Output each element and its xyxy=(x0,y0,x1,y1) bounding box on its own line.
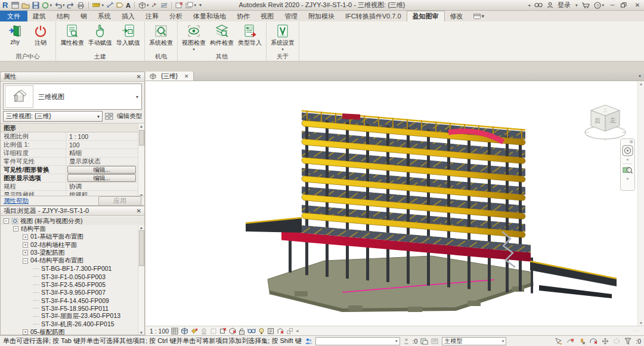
view-scale[interactable]: 1 : 100 xyxy=(150,328,169,335)
tab-addins[interactable]: 附加模块 xyxy=(303,11,340,21)
tree-leaf-view[interactable]: ST-3#-F5-18.950-FP011 xyxy=(1,304,144,312)
restore-button[interactable] xyxy=(621,2,629,8)
zoom-region-icon[interactable] xyxy=(623,165,633,175)
collapse-icon[interactable]: ◂ xyxy=(528,3,530,8)
tab-annotate[interactable]: 注释 xyxy=(140,11,164,21)
tab-manage[interactable]: 管理 xyxy=(279,11,303,21)
tree-branch-03[interactable]: +03-梁配筋图 xyxy=(1,249,144,257)
worksharing-display-icon[interactable] xyxy=(305,337,312,345)
prop-value[interactable]: 1 : 100 xyxy=(66,133,137,140)
constraints-icon[interactable]: ◂ xyxy=(296,328,298,333)
select-pinned-icon[interactable] xyxy=(578,338,586,345)
temporary-view-properties-icon[interactable] xyxy=(267,328,274,335)
view-check-button[interactable]: 视图检查 ▾ xyxy=(181,23,207,51)
manual-assign-button[interactable]: 手动赋值 xyxy=(87,23,113,48)
tree-branch-02[interactable]: +02-结构墙柱平面 xyxy=(1,241,144,249)
tab-ifc-plugin[interactable]: IFC转换插件V0.7.0 xyxy=(340,11,407,21)
chevron-down-icon[interactable]: ▾ xyxy=(627,177,629,181)
reveal-hidden-elements-icon[interactable] xyxy=(258,328,265,335)
filter-icon[interactable] xyxy=(624,338,631,345)
viewcube-left-face[interactable]: 左 xyxy=(610,117,616,123)
minimize-button[interactable]: ─ xyxy=(608,2,617,8)
drag-elements-icon[interactable] xyxy=(602,338,609,345)
active-workset-combo[interactable]: ▾ xyxy=(315,337,400,345)
properties-scrollbar[interactable]: ▲▼ xyxy=(138,123,144,199)
help-icon[interactable]: ?▾ xyxy=(594,1,604,10)
resize-grip[interactable]: ∙∙∙ xyxy=(634,328,640,333)
expand-icon[interactable]: + xyxy=(23,250,28,255)
sun-path-icon[interactable] xyxy=(191,328,198,335)
prop-value[interactable]: 100 xyxy=(66,141,137,149)
aligned-dimension-icon[interactable] xyxy=(106,1,114,10)
shadows-icon[interactable] xyxy=(200,328,208,335)
close-icon[interactable]: ✕ xyxy=(184,73,189,79)
tree-leaf-view[interactable]: ST-3#-机房-26.400-FP015 xyxy=(1,320,144,328)
model-canvas[interactable]: 后 左 上 ⊗ ▾ ▾ ▲▼ xyxy=(145,81,644,326)
tab-massing-site[interactable]: 体量和场地 xyxy=(188,11,231,21)
measure-icon[interactable]: ▾ xyxy=(92,1,104,10)
property-row[interactable]: 可见性/图形替换编辑... xyxy=(1,166,144,174)
text-icon[interactable]: A xyxy=(126,1,131,10)
scrollbar-thumb[interactable] xyxy=(139,130,144,146)
displacement-sets-icon[interactable] xyxy=(286,328,293,335)
viewcube-top-face[interactable]: 上 xyxy=(602,107,608,113)
crop-3d-icon[interactable] xyxy=(229,328,236,335)
prop-value[interactable]: 精细 xyxy=(66,149,137,157)
property-row[interactable]: 比例值 1:100 xyxy=(1,141,144,149)
tab-insert[interactable]: 插入 xyxy=(116,11,140,21)
design-options-dialog-icon[interactable] xyxy=(431,338,439,345)
view-selector-combo[interactable]: 三维视图: {三维} ▾ xyxy=(3,111,103,122)
tree-leaf-view[interactable]: ST-3#-F2-5.450-FP005 xyxy=(1,280,144,288)
expand-icon[interactable]: + xyxy=(23,242,28,248)
tab-analyze[interactable]: 分析 xyxy=(164,11,188,21)
background-processes-icon[interactable] xyxy=(613,338,620,345)
editing-requests-icon[interactable] xyxy=(403,338,410,345)
tab-modify[interactable]: 修改 xyxy=(445,11,469,21)
tab-systems[interactable]: 系统 xyxy=(92,11,116,21)
property-row[interactable]: 详细程度精细 xyxy=(1,149,144,157)
property-row[interactable]: 规程协调 xyxy=(1,183,144,191)
viewcube-back-face[interactable]: 后 xyxy=(595,118,600,124)
steering-wheel-icon[interactable] xyxy=(622,145,633,156)
prop-value[interactable]: 显示原状态 xyxy=(66,157,137,166)
scrollbar-thumb[interactable] xyxy=(139,230,144,266)
login-label[interactable]: 登录 xyxy=(558,1,571,10)
property-check-button[interactable]: 属性检查 xyxy=(59,23,85,48)
section-icon[interactable] xyxy=(151,1,158,10)
expand-icon[interactable]: + xyxy=(23,329,28,335)
revit-logo-icon[interactable]: R xyxy=(2,1,8,9)
close-icon[interactable]: ⊗ xyxy=(629,140,633,144)
app-store-icon[interactable] xyxy=(581,1,590,10)
select-underlay-icon[interactable] xyxy=(566,338,574,345)
edit-button[interactable]: 编辑... xyxy=(67,166,136,174)
chevron-down-icon[interactable]: ▾ xyxy=(136,94,138,100)
system-check-button[interactable]: 系统检查 xyxy=(148,23,174,48)
expand-icon[interactable]: + xyxy=(23,234,28,240)
window-menu-icon[interactable] xyxy=(11,1,19,10)
property-row[interactable]: 视图比例1 : 100 xyxy=(1,132,144,141)
tab-architecture[interactable]: 建筑 xyxy=(27,11,51,21)
worksets-dialog-icon[interactable] xyxy=(420,338,428,345)
tab-steel[interactable]: 钢 xyxy=(75,11,92,21)
property-row[interactable]: 图形显示选项编辑... xyxy=(1,174,144,183)
project-browser-header[interactable]: 项目浏览器 - ZJYY-3#-ST-1-0 ✕ xyxy=(1,206,144,216)
edit-button[interactable]: 编辑... xyxy=(67,174,136,182)
redo-icon[interactable] xyxy=(67,1,75,10)
tag-icon[interactable] xyxy=(116,1,123,10)
lock-3d-view-icon[interactable] xyxy=(239,328,245,335)
apply-button[interactable]: 应用 xyxy=(98,196,141,206)
tree-leaf-view[interactable]: ST-3#-F3-9.950-FP007 xyxy=(1,289,144,296)
collapse-icon[interactable]: − xyxy=(13,226,18,231)
crop-region-icon[interactable] xyxy=(219,328,227,335)
collapse-icon[interactable]: − xyxy=(4,218,9,224)
collapse-icon[interactable]: − xyxy=(23,258,28,264)
prop-value[interactable]: 协调 xyxy=(66,183,137,191)
select-by-face-icon[interactable] xyxy=(590,338,597,345)
tree-branch-01[interactable]: +01-基础平面布置图 xyxy=(1,233,144,241)
navigation-bar[interactable]: ⊗ ▾ ▾ xyxy=(620,138,635,191)
thin-lines-icon[interactable] xyxy=(160,1,168,10)
type-selector[interactable]: 三维视图 ▾ xyxy=(3,84,142,110)
login-caret-icon[interactable]: ▾ xyxy=(575,3,578,8)
customize-qat-icon[interactable]: ▾ xyxy=(199,1,202,10)
logout-button[interactable]: 注销 xyxy=(29,23,52,48)
